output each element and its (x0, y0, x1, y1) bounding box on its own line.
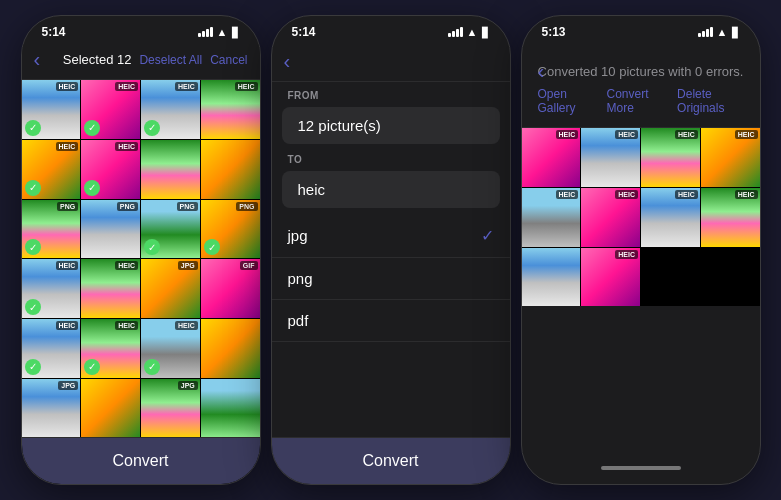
status-icons-3: ▲ ▊ (698, 26, 740, 38)
image-cell[interactable]: PNG ✓ (201, 200, 260, 259)
format-option-png[interactable]: png (272, 258, 510, 300)
image-cell[interactable]: HEIC ✓ (22, 319, 81, 378)
home-bar (601, 466, 681, 470)
image-grid-inner: HEIC ✓ HEIC ✓ HEIC ✓ HEIC (22, 80, 260, 438)
convert-button-1[interactable]: Convert (22, 437, 260, 484)
image-cell[interactable]: JPG (141, 379, 200, 438)
from-label: FROM (272, 90, 510, 101)
image-badge: HEIC (56, 321, 79, 330)
image-badge: PNG (236, 202, 257, 211)
from-value: 12 picture(s) (282, 107, 500, 144)
image-cell[interactable] (201, 140, 260, 199)
selected-count: Selected 12 (63, 52, 132, 67)
convert-more-button[interactable]: Convert More (607, 87, 664, 115)
image-cell[interactable]: HEIC ✓ (141, 319, 200, 378)
time-3: 5:13 (542, 25, 566, 39)
format-name-pdf: pdf (288, 312, 309, 329)
image-badge: PNG (117, 202, 138, 211)
image-cell[interactable]: PNG ✓ (22, 200, 81, 259)
phone-1: 5:14 ▲ ▊ ‹ Selected 12 Deselect All Canc… (21, 15, 261, 485)
image-cell[interactable] (201, 319, 260, 378)
image-cell[interactable]: HEIC ✓ (22, 140, 81, 199)
image-badge: JPG (178, 261, 198, 270)
battery-icon-3: ▊ (732, 27, 740, 38)
format-name-png: png (288, 270, 313, 287)
result-badge: HEIC (615, 190, 638, 199)
phone-2: 5:14 ▲ ▊ ‹ FROM 12 picture(s) TO heic (271, 15, 511, 485)
image-cell[interactable] (201, 379, 260, 438)
format-option-pdf[interactable]: pdf (272, 300, 510, 342)
result-badge: HEIC (675, 190, 698, 199)
to-label: TO (272, 154, 510, 165)
image-check: ✓ (204, 239, 220, 255)
back-button-1[interactable]: ‹ (34, 48, 41, 71)
selected-check: ✓ (481, 226, 494, 245)
open-gallery-button[interactable]: Open Gallery (538, 87, 593, 115)
image-badge: JPG (178, 381, 198, 390)
image-cell[interactable]: HEIC ✓ (81, 319, 140, 378)
image-cell[interactable]: HEIC ✓ (81, 80, 140, 139)
signal-icon (198, 27, 213, 37)
result-badge: HEIC (735, 190, 758, 199)
phone-3: 5:13 ▲ ▊ ‹ Converted 10 pictures with 0 … (521, 15, 761, 485)
wifi-icon-2: ▲ (467, 26, 478, 38)
result-image: HEIC (701, 188, 760, 247)
image-badge: HEIC (56, 142, 79, 151)
image-check: ✓ (144, 359, 160, 375)
phone1-inner: ‹ Selected 12 Deselect All Cancel HEIC ✓… (22, 44, 260, 484)
result-badge: HEIC (556, 130, 579, 139)
phone3-content: ‹ Converted 10 pictures with 0 errors. O… (522, 44, 760, 484)
result-image: HEIC (522, 128, 581, 187)
result-image (522, 248, 581, 307)
image-cell[interactable]: JPG (22, 379, 81, 438)
cancel-button[interactable]: Cancel (210, 53, 247, 67)
image-cell[interactable]: HEIC (201, 80, 260, 139)
image-cell[interactable]: HEIC ✓ (81, 140, 140, 199)
status-bar-3: 5:13 ▲ ▊ (522, 16, 760, 44)
status-bar-2: 5:14 ▲ ▊ (272, 16, 510, 44)
image-badge: HEIC (115, 142, 138, 151)
result-image: HEIC (522, 188, 581, 247)
wifi-icon: ▲ (217, 26, 228, 38)
battery-icon-2: ▊ (482, 27, 490, 38)
format-option-jpg[interactable]: jpg ✓ (272, 214, 510, 258)
status-icons-1: ▲ ▊ (198, 26, 240, 38)
image-badge: HEIC (175, 82, 198, 91)
image-check: ✓ (144, 120, 160, 136)
image-badge: HEIC (56, 261, 79, 270)
image-cell[interactable]: GIF (201, 259, 260, 318)
deselect-all-button[interactable]: Deselect All (139, 53, 202, 67)
image-badge: HEIC (175, 321, 198, 330)
image-cell[interactable]: HEIC ✓ (22, 259, 81, 318)
image-cell[interactable] (81, 379, 140, 438)
result-image: HEIC (701, 128, 760, 187)
image-badge: HEIC (56, 82, 79, 91)
convert-button-2[interactable]: Convert (272, 437, 510, 484)
result-image: HEIC (641, 128, 700, 187)
image-badge: PNG (177, 202, 198, 211)
time-2: 5:14 (292, 25, 316, 39)
delete-originals-button[interactable]: Delete Originals (677, 87, 743, 115)
image-badge: HEIC (115, 321, 138, 330)
back-button-3[interactable]: ‹ (538, 60, 545, 83)
image-check: ✓ (25, 120, 41, 136)
image-cell[interactable]: JPG (141, 259, 200, 318)
image-badge: JPG (58, 381, 78, 390)
result-image: HEIC (581, 248, 640, 307)
image-cell[interactable]: PNG (81, 200, 140, 259)
result-image: HEIC (641, 188, 700, 247)
image-badge: PNG (57, 202, 78, 211)
image-cell[interactable]: HEIC ✓ (22, 80, 81, 139)
status-bar-1: 5:14 ▲ ▊ (22, 16, 260, 44)
time-1: 5:14 (42, 25, 66, 39)
image-check: ✓ (25, 299, 41, 315)
image-cell[interactable]: HEIC ✓ (141, 80, 200, 139)
back-button-2[interactable]: ‹ (284, 50, 291, 72)
wifi-icon-3: ▲ (717, 26, 728, 38)
to-input[interactable]: heic (282, 171, 500, 208)
result-badge: HEIC (675, 130, 698, 139)
image-check: ✓ (84, 120, 100, 136)
image-cell[interactable] (141, 140, 200, 199)
image-cell[interactable]: HEIC (81, 259, 140, 318)
image-cell[interactable]: PNG ✓ (141, 200, 200, 259)
